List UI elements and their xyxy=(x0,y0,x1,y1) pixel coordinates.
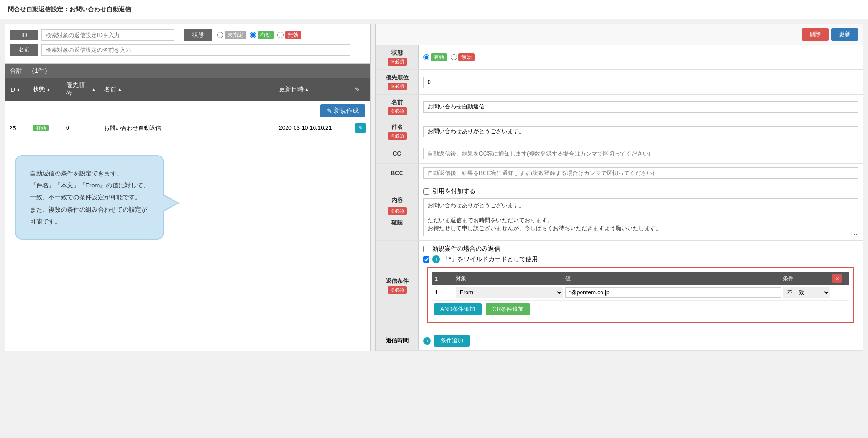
cond-col-value: 値 xyxy=(565,275,781,282)
content-field-value: 引用を付加する お問い合わせありがとうございます。 ただいま返信までお時間をいた… xyxy=(419,183,863,240)
condition-box: 1 対象 値 条件 × 1 xyxy=(427,267,854,323)
priority-input[interactable] xyxy=(423,77,480,88)
sort-icon-priority[interactable]: ▲ xyxy=(91,87,96,92)
quote-checkbox[interactable] xyxy=(423,188,429,195)
and-add-button[interactable]: AND条件追加 xyxy=(434,303,482,315)
table-header: ID ▲ 状態 ▲ 優先順位 ▲ 名前 ▲ 更新日時 ▲ ✎ xyxy=(5,78,370,101)
new-case-row: 新規案件の場合のみ返信 xyxy=(423,244,858,253)
sort-icon-name[interactable]: ▲ xyxy=(117,87,122,92)
radio-invalid[interactable] xyxy=(277,32,284,38)
radio-invalid-label[interactable]: 無効 xyxy=(277,31,301,39)
status-valid-radio[interactable] xyxy=(423,54,429,60)
content-field-inner: 内容 ※必須 確認 引用を付加する お問い合わせありがとうございます。 ただいま… xyxy=(376,183,863,240)
page-header: 問合せ自動返信設定：お問い合わせ自動返信 xyxy=(0,0,868,19)
main-layout: ID 状態 未指定 有効 無効 xyxy=(0,19,868,356)
tooltip-area: 自動返信の条件を設定できます。 『件名』『本文』『From』の値に対して、 一致… xyxy=(15,155,361,240)
new-icon: ✎ xyxy=(327,107,332,115)
bcc-input[interactable] xyxy=(423,167,858,179)
radio-valid[interactable] xyxy=(250,32,256,38)
col-edit: ✎ xyxy=(351,78,370,101)
id-label: ID xyxy=(10,30,38,40)
condition-field-label: 返信条件 ※必須 xyxy=(376,241,419,331)
return-time-section: 返信時間 i 条件追加 xyxy=(376,331,863,351)
sort-icon-updated[interactable]: ▲ xyxy=(305,87,309,92)
name-label: 名前 xyxy=(10,44,38,56)
name-input[interactable] xyxy=(423,101,858,113)
bcc-field: BCC xyxy=(376,164,863,183)
status-badge: 有効 xyxy=(33,125,49,131)
sort-icon-id[interactable]: ▲ xyxy=(16,87,21,92)
condition-table-header: 1 対象 値 条件 × xyxy=(432,272,849,285)
status-invalid-badge: 無効 xyxy=(458,53,475,61)
name-search-row: 名前 xyxy=(10,44,365,56)
cc-input[interactable] xyxy=(423,148,858,159)
col-status: 状態 ▲ xyxy=(29,78,62,101)
name-field-label: 名前 ※必須 xyxy=(376,95,419,119)
edit-column-icon: ✎ xyxy=(355,86,360,93)
new-create-button[interactable]: ✎ 新規作成 xyxy=(320,104,365,117)
subject-field: 件名 ※必須 xyxy=(376,119,863,144)
wildcard-checkbox[interactable] xyxy=(423,256,429,263)
col-id: ID ▲ xyxy=(5,78,29,101)
sort-icon-status[interactable]: ▲ xyxy=(46,87,51,92)
cell-id: 25 xyxy=(5,122,29,135)
content-field: 内容 ※必須 確認 引用を付加する お問い合わせありがとうございます。 ただいま… xyxy=(376,183,863,241)
condition-field-inner: 返信条件 ※必須 新規案件の場合のみ返信 i 「*」をワイルドカードとして使用 xyxy=(376,241,863,331)
cc-field-label: CC xyxy=(376,144,419,163)
status-invalid-label[interactable]: 無効 xyxy=(451,53,475,61)
col-priority: 優先順位 ▲ xyxy=(62,78,100,101)
new-case-label: 新規案件の場合のみ返信 xyxy=(432,244,500,253)
status-field-value: 有効 無効 xyxy=(419,45,863,69)
status-valid-label[interactable]: 有効 xyxy=(423,53,447,61)
radio-unset[interactable] xyxy=(217,32,223,38)
quote-label: 引用を付加する xyxy=(432,187,476,195)
col-name: 名前 ▲ xyxy=(100,78,275,101)
tooltip-line1: 自動返信の条件を設定できます。 xyxy=(30,170,123,177)
or-add-button[interactable]: OR条件追加 xyxy=(486,303,530,315)
bcc-field-label: BCC xyxy=(376,164,419,183)
cond-match-select[interactable]: 一致 不一致 xyxy=(783,287,830,298)
return-time-value: i 条件追加 xyxy=(419,331,863,350)
priority-field: 優先順位 ※必須 xyxy=(376,70,863,95)
condition-field: 返信条件 ※必須 新規案件の場合のみ返信 i 「*」をワイルドカードとして使用 xyxy=(376,241,863,331)
radio-valid-label[interactable]: 有効 xyxy=(250,31,274,39)
tooltip-line4: また、複数の条件の組み合わせての設定が xyxy=(30,206,147,213)
name-field-value xyxy=(419,95,863,119)
cell-name: お問い合わせ自動返信 xyxy=(100,121,275,135)
new-case-checkbox[interactable] xyxy=(423,246,429,252)
delete-button[interactable]: 削除 xyxy=(802,28,829,41)
edit-row-button[interactable]: ✎ xyxy=(355,123,366,133)
status-edit-radio-group: 有効 無効 xyxy=(423,53,475,61)
new-btn-row: ✎ 新規作成 xyxy=(5,101,370,120)
cond-target-select[interactable]: 件名 本文 From xyxy=(456,287,563,298)
cc-field-value xyxy=(419,144,863,163)
cond-remove-header-btn[interactable]: × xyxy=(832,274,842,283)
cond-col-target: 対象 xyxy=(456,275,563,282)
quote-checkbox-row: 引用を付加する xyxy=(423,187,476,195)
content-textarea[interactable]: お問い合わせありがとうございます。 ただいま返信までお時間をいただいております。… xyxy=(423,198,858,236)
add-condition-button[interactable]: 条件追加 xyxy=(434,335,470,347)
and-or-buttons: AND条件追加 OR条件追加 xyxy=(432,301,849,318)
status-invalid-radio[interactable] xyxy=(451,54,457,60)
cond-row-target: 件名 本文 From xyxy=(456,287,563,298)
status-radio-group: 未指定 有効 無効 xyxy=(217,31,301,39)
update-button[interactable]: 更新 xyxy=(831,28,858,41)
subject-input[interactable] xyxy=(423,126,858,137)
name-field: 名前 ※必須 xyxy=(376,95,863,119)
id-search-row: ID 状態 未指定 有効 無効 xyxy=(10,29,365,41)
cell-edit: ✎ xyxy=(351,120,370,136)
bcc-field-value xyxy=(419,164,863,183)
info-icon: i xyxy=(432,255,440,263)
wildcard-label: 「*」をワイルドカードとして使用 xyxy=(443,255,538,263)
status-field-label: 状態 ※必須 xyxy=(376,45,419,69)
cond-col-num: 1 xyxy=(435,276,454,282)
right-panel: 削除 更新 状態 ※必須 有効 無効 xyxy=(375,24,863,351)
priority-field-label: 優先順位 ※必須 xyxy=(376,70,419,94)
cond-value-input[interactable] xyxy=(565,287,781,298)
col-updated: 更新日時 ▲ xyxy=(275,78,351,101)
radio-unset-label[interactable]: 未指定 xyxy=(217,31,246,39)
name-search-input[interactable] xyxy=(41,44,350,56)
condition-field-value: 新規案件の場合のみ返信 i 「*」をワイルドカードとして使用 1 対象 値 xyxy=(419,241,863,331)
subject-field-label: 件名 ※必須 xyxy=(376,119,419,144)
id-search-input[interactable] xyxy=(41,29,174,41)
